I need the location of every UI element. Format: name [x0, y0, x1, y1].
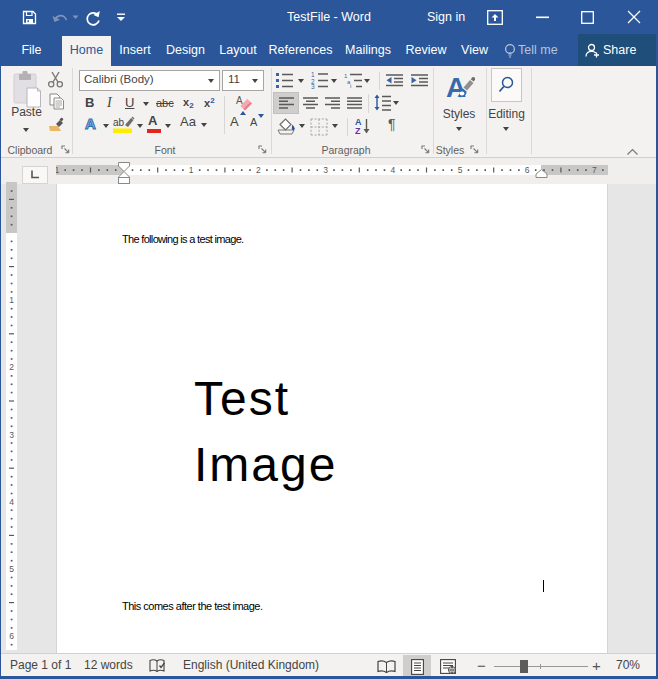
svg-text:6: 6: [525, 165, 530, 175]
svg-text:7: 7: [592, 165, 597, 175]
svg-text:6: 6: [9, 631, 14, 641]
svg-text:i: i: [350, 83, 351, 88]
svg-text:ab: ab: [113, 117, 125, 128]
svg-text:1: 1: [189, 165, 194, 175]
svg-text:1: 1: [9, 295, 14, 305]
svg-text:3: 3: [311, 83, 315, 89]
svg-text:4: 4: [390, 165, 395, 175]
svg-text:2: 2: [256, 165, 261, 175]
svg-text:A: A: [446, 72, 466, 103]
svg-text:3: 3: [323, 165, 328, 175]
svg-text:1: 1: [56, 165, 59, 175]
svg-text:5: 5: [458, 165, 463, 175]
svg-text:5: 5: [9, 564, 14, 574]
svg-text:2: 2: [9, 362, 14, 372]
svg-text:Z: Z: [355, 126, 361, 135]
svg-text:3: 3: [9, 430, 14, 440]
svg-text:4: 4: [9, 497, 14, 507]
